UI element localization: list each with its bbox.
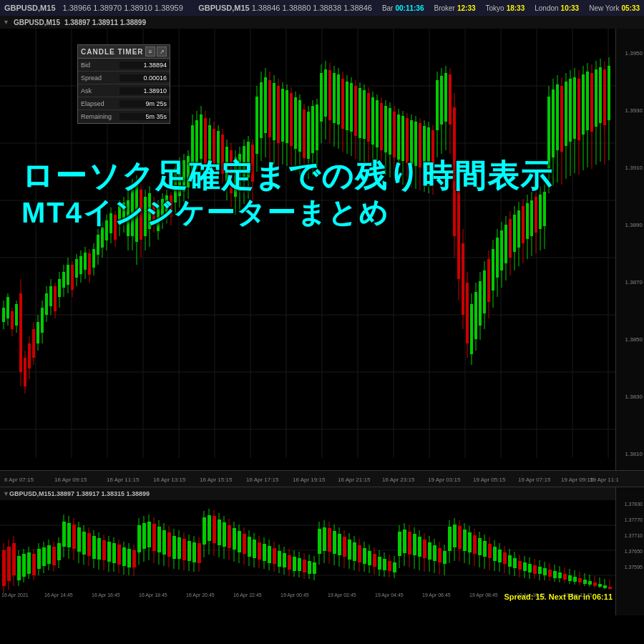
svg-rect-252	[487, 259, 490, 302]
sub-chart-prices: 1.38897 1.38917 1.38315 1.38899	[51, 490, 150, 497]
svg-rect-248	[479, 281, 482, 326]
svg-rect-419	[192, 542, 196, 562]
svg-rect-274	[535, 197, 537, 233]
svg-rect-36	[24, 358, 26, 386]
svg-rect-515	[433, 545, 436, 561]
svg-rect-262	[509, 219, 512, 258]
svg-rect-403	[152, 524, 156, 551]
svg-rect-134	[234, 157, 237, 197]
tokyo-value: 18:33	[507, 4, 525, 12]
timer-row-elapsed: Elapsed 9m 25s	[78, 97, 170, 110]
svg-rect-529	[468, 532, 472, 552]
svg-rect-497	[388, 561, 391, 571]
svg-rect-102	[165, 195, 168, 214]
symbol-left: GBPUSD,M15	[4, 4, 56, 12]
svg-rect-284	[556, 84, 559, 150]
svg-text:16 Apr 11:15: 16 Apr 11:15	[107, 477, 140, 483]
svg-rect-166	[303, 109, 306, 158]
timer-icon-menu[interactable]: ≡	[145, 47, 155, 57]
svg-rect-118	[200, 114, 203, 159]
bar-clock: Bar 00:11:36	[382, 4, 424, 12]
price-label-6: 1.3850	[625, 336, 643, 343]
svg-rect-232	[444, 73, 447, 122]
sub-price-4: 1.37650	[625, 549, 643, 554]
svg-rect-539	[493, 547, 497, 561]
svg-rect-196	[367, 93, 370, 142]
svg-rect-52	[58, 279, 61, 297]
svg-text:6 Apr 07:15: 6 Apr 07:15	[4, 477, 34, 483]
svg-rect-553	[528, 564, 532, 572]
svg-rect-523	[453, 525, 457, 547]
svg-rect-210	[397, 114, 400, 160]
svg-rect-302	[595, 69, 597, 127]
svg-rect-573	[578, 578, 582, 582]
svg-rect-423	[203, 517, 206, 545]
svg-rect-26	[2, 308, 5, 322]
svg-rect-42	[36, 322, 39, 343]
svg-rect-429	[218, 519, 221, 545]
svg-rect-98	[157, 206, 160, 231]
svg-rect-208	[393, 112, 396, 157]
svg-rect-469	[318, 529, 321, 554]
price-label-2: 1.3930	[625, 107, 643, 114]
svg-rect-282	[552, 89, 555, 157]
svg-rect-503	[403, 530, 406, 553]
timer-icons: ≡ ↗	[145, 47, 167, 57]
svg-rect-379	[92, 536, 96, 559]
svg-rect-373	[77, 527, 81, 552]
svg-rect-194	[363, 90, 366, 139]
svg-text:16 Apr 19:15: 16 Apr 19:15	[293, 477, 326, 483]
svg-rect-431	[223, 522, 226, 547]
svg-rect-176	[324, 69, 327, 117]
svg-rect-84	[127, 200, 130, 236]
bar-label: Bar	[382, 4, 394, 12]
svg-text:16 Apr 22:45: 16 Apr 22:45	[233, 592, 262, 598]
svg-rect-34	[19, 293, 22, 372]
timer-row-remaining: Remaining 5m 35s	[78, 110, 170, 123]
main-chart: ▼ GBPUSD,M15 1.38897 1.38911 1.38899 CAN…	[0, 16, 644, 487]
svg-rect-453	[278, 551, 281, 567]
svg-rect-405	[157, 527, 161, 552]
svg-rect-501	[398, 532, 401, 556]
svg-rect-250	[483, 270, 486, 313]
candle-timer-widget: CANDLE TIMER ≡ ↗ Bid 1.38894 Spread 0.00…	[77, 44, 170, 124]
timer-row-bid: Bid 1.38894	[78, 59, 170, 72]
svg-rect-493	[378, 557, 381, 570]
svg-rect-583	[603, 585, 607, 588]
svg-rect-116	[195, 120, 198, 169]
svg-rect-264	[513, 215, 516, 252]
svg-rect-156	[281, 89, 284, 142]
svg-rect-377	[87, 533, 91, 556]
svg-rect-190	[354, 86, 357, 136]
timer-icon-detach[interactable]: ↗	[157, 47, 167, 57]
svg-rect-521	[448, 527, 452, 551]
svg-rect-575	[583, 580, 587, 584]
svg-rect-559	[543, 568, 547, 575]
svg-rect-272	[530, 200, 533, 236]
svg-rect-421	[197, 543, 201, 563]
svg-rect-483	[353, 542, 356, 561]
nav-bar-canvas: 6 Apr 07:15 16 Apr 09:15 16 Apr 11:15 16…	[3, 472, 618, 486]
svg-rect-435	[233, 528, 236, 550]
svg-rect-475	[333, 531, 336, 554]
svg-text:16 Apr 23:15: 16 Apr 23:15	[382, 477, 415, 483]
svg-rect-549	[518, 561, 522, 570]
svg-rect-565	[558, 572, 562, 578]
sub-chart: ▼ GBPUSD,M15 1.38897 1.38917 1.38315 1.3…	[0, 487, 644, 615]
svg-rect-132	[230, 150, 233, 193]
svg-rect-509	[418, 537, 421, 557]
svg-rect-72	[101, 228, 104, 248]
svg-rect-202	[380, 103, 383, 150]
svg-rect-286	[560, 86, 563, 152]
svg-text:19 Apr 05:15: 19 Apr 05:15	[473, 477, 506, 483]
sub-price-2: 1.37770	[625, 517, 643, 522]
svg-rect-170	[311, 106, 314, 153]
svg-rect-441	[248, 537, 251, 557]
svg-rect-531	[473, 535, 477, 554]
svg-rect-485	[358, 545, 361, 562]
svg-rect-268	[522, 206, 525, 243]
svg-text:16 Apr 15:15: 16 Apr 15:15	[200, 477, 233, 483]
svg-rect-457	[288, 555, 291, 570]
newyork-label: New York	[589, 4, 619, 12]
svg-text:19 Apr 07:15: 19 Apr 07:15	[518, 477, 551, 483]
